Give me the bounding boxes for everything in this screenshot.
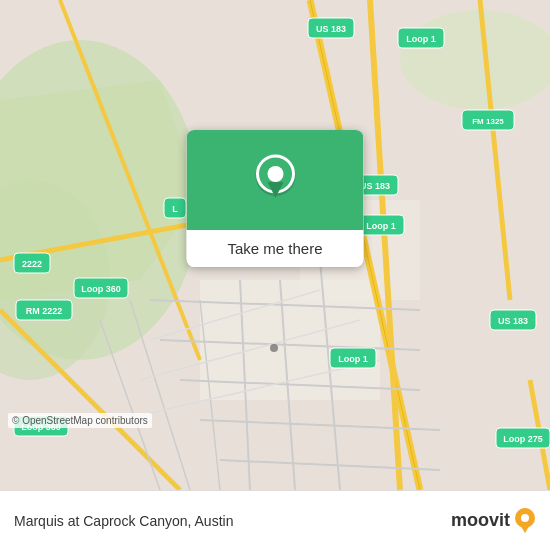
location-label: Marquis at Caprock Canyon, Austin (14, 513, 451, 529)
svg-point-71 (267, 166, 283, 182)
svg-text:Loop 1: Loop 1 (406, 34, 436, 44)
svg-text:Loop 1: Loop 1 (338, 354, 368, 364)
svg-text:RM 2222: RM 2222 (26, 306, 63, 316)
svg-text:US 183: US 183 (360, 181, 390, 191)
svg-point-74 (521, 514, 529, 522)
location-pin-icon (253, 154, 297, 206)
svg-point-68 (270, 344, 278, 352)
svg-text:US 183: US 183 (316, 24, 346, 34)
svg-text:L: L (172, 204, 178, 214)
svg-text:Loop 1: Loop 1 (366, 221, 396, 231)
svg-marker-75 (519, 523, 531, 533)
svg-text:Loop 360: Loop 360 (81, 284, 121, 294)
moovit-pin-icon (514, 507, 536, 535)
card-green-area (187, 130, 364, 230)
svg-text:Loop 275: Loop 275 (503, 434, 543, 444)
map-attribution: © OpenStreetMap contributors (8, 413, 152, 428)
svg-text:US 183: US 183 (498, 316, 528, 326)
take-me-there-card[interactable]: Take me there (187, 130, 364, 267)
svg-text:2222: 2222 (22, 259, 42, 269)
take-me-there-button[interactable]: Take me there (187, 230, 364, 267)
moovit-logo-text: moovit (451, 510, 510, 531)
map-container: US 183 Loop 1 FM 1325 US 183 Loop 1 Loop… (0, 0, 550, 490)
moovit-logo: moovit (451, 507, 536, 535)
bottom-bar: Marquis at Caprock Canyon, Austin moovit (0, 490, 550, 550)
svg-text:FM 1325: FM 1325 (472, 117, 504, 126)
